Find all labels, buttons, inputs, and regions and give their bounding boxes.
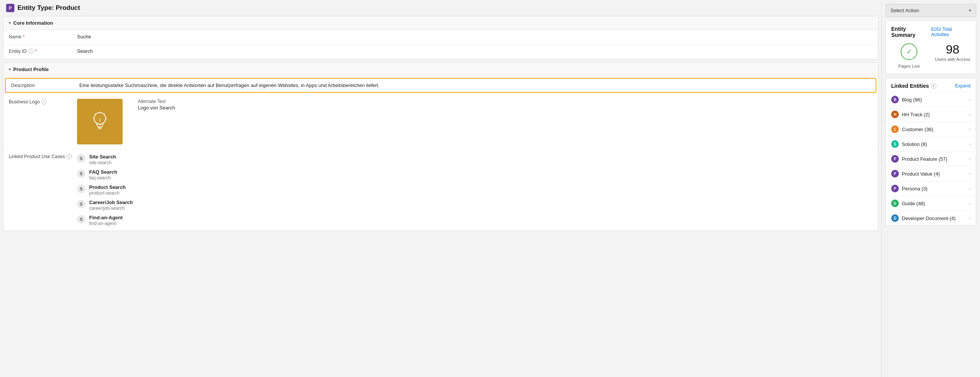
entity-id-required: * <box>35 49 37 54</box>
name-value: Suche <box>77 34 873 40</box>
use-case-badge: S <box>77 185 85 193</box>
use-case-badge: S <box>77 154 85 163</box>
checkmark-icon: ✓ <box>906 48 912 56</box>
select-action-label: Select Action <box>891 8 919 13</box>
linked-entity-item[interactable]: P Product Feature (57) › <box>886 151 976 166</box>
linked-entities-header: Linked Entities i Expand <box>886 78 976 92</box>
use-case-item: S Product Search product-search <box>77 184 873 196</box>
entity-letter-badge: C <box>891 125 899 133</box>
pages-live-label: Pages Live <box>898 64 920 69</box>
entity-id-value: Search <box>77 48 873 54</box>
svg-line-6 <box>95 113 95 114</box>
select-action-chevron-icon: ▾ <box>969 8 971 13</box>
svg-line-4 <box>104 113 105 114</box>
use-case-id: find-an-agent <box>89 221 123 226</box>
alt-text-value: Logo von Search <box>138 105 175 110</box>
entity-item-label: Product Value (4) <box>902 171 940 177</box>
linked-entities-info-icon[interactable]: i <box>931 83 936 89</box>
select-action-dropdown[interactable]: Select Action ▾ <box>886 4 976 17</box>
use-case-id: site-search <box>89 160 116 165</box>
entity-letter-badge: S <box>891 140 899 148</box>
use-case-info: Career/Job Search career/job-search <box>89 200 133 211</box>
use-case-item: S FAQ Search faq-search <box>77 169 873 181</box>
entity-chevron-icon: › <box>969 186 970 191</box>
entity-letter-badge: G <box>891 200 899 207</box>
use-case-name: Career/Job Search <box>89 200 133 205</box>
core-information-section: ▾ Core Information Name * Suche Entity I… <box>3 16 878 59</box>
use-case-info: Product Search product-search <box>89 184 126 196</box>
alt-text-label: Alternate Text <box>138 99 175 104</box>
linked-entity-left: S Solution (8) <box>891 140 927 148</box>
summary-stats: ✓ Pages Live 98 Users with Access <box>891 43 970 69</box>
core-information-header[interactable]: ▾ Core Information <box>3 16 878 30</box>
use-case-item: S Career/Job Search career/job-search <box>77 200 873 211</box>
description-field-row[interactable]: Description Eine leistungsstarke Suchmas… <box>5 78 877 93</box>
entity-item-label: Guide (48) <box>902 201 925 206</box>
linked-entity-left: P Persona (3) <box>891 185 928 192</box>
use-case-badge: S <box>77 215 85 224</box>
entity-chevron-icon: › <box>969 216 970 220</box>
main-content: P Entity Type: Product ▾ Core Informatio… <box>0 0 881 377</box>
linked-entity-item[interactable]: P Product Value (4) › <box>886 166 976 181</box>
name-label: Name * <box>9 34 77 40</box>
business-logo-label: Business Logo i <box>9 99 77 104</box>
entity-letter-badge: B <box>891 96 899 103</box>
use-case-name: FAQ Search <box>89 169 117 175</box>
page-header: P Entity Type: Product <box>0 0 881 16</box>
use-cases-info-icon[interactable]: i <box>67 154 72 159</box>
use-cases-row: Linked Product Use Cases i S Site Search… <box>3 149 878 231</box>
core-information-chevron: ▾ <box>9 21 11 26</box>
pages-live-stat: ✓ Pages Live <box>891 43 927 69</box>
linked-entity-item[interactable]: D Developer Document (4) › <box>886 211 976 225</box>
users-count: 98 <box>946 43 959 56</box>
entity-id-field-row: Entity ID i * Search <box>3 45 878 59</box>
use-cases-list: S Site Search site-search S FAQ Search f… <box>77 154 873 226</box>
linked-entity-item[interactable]: C Customer (36) › <box>886 121 976 136</box>
description-label: Description <box>11 83 80 88</box>
use-case-id: career/job-search <box>89 206 133 211</box>
entity-letter-badge: H <box>891 110 899 118</box>
entity-letter-badge: P <box>891 170 899 177</box>
use-case-info: FAQ Search faq-search <box>89 169 117 181</box>
entity-chevron-icon: › <box>969 157 970 161</box>
users-with-access-stat: 98 Users with Access <box>935 43 971 69</box>
linked-entity-left: P Product Feature (57) <box>891 155 947 163</box>
entity-item-label: HH Track (2) <box>902 112 930 117</box>
entity-id-label: Entity ID i * <box>9 48 77 54</box>
entity-letter-badge: D <box>891 214 899 222</box>
entity-item-label: Solution (8) <box>902 141 927 147</box>
linked-entity-item[interactable]: S Solution (8) › <box>886 136 976 151</box>
description-value: Eine leistungsstarke Suchmaschine, die d… <box>80 83 870 88</box>
product-profile-title: Product Profile <box>13 67 49 72</box>
use-case-id: faq-search <box>89 175 117 181</box>
use-case-name: Find-an-Agent <box>89 215 123 220</box>
use-case-badge: S <box>77 200 85 208</box>
core-information-title: Core Information <box>13 20 53 26</box>
entity-summary-card: Entity Summary 6162 Total Activities ✓ P… <box>886 20 976 74</box>
linked-entity-item[interactable]: H HH Track (2) › <box>886 107 976 121</box>
users-with-access-label: Users with Access <box>935 57 970 62</box>
linked-entity-item[interactable]: B Blog (96) › <box>886 92 976 107</box>
linked-entity-item[interactable]: G Guide (48) › <box>886 196 976 211</box>
page-title: Entity Type: Product <box>18 4 80 12</box>
use-case-info: Find-an-Agent find-an-agent <box>89 215 123 226</box>
business-logo-info-icon[interactable]: i <box>41 99 47 104</box>
name-field-row: Name * Suche <box>3 30 878 45</box>
linked-entities-title: Linked Entities i <box>891 83 936 89</box>
entity-item-label: Blog (96) <box>902 97 922 102</box>
linked-entity-item[interactable]: P Persona (3) › <box>886 181 976 196</box>
use-case-info: Site Search site-search <box>89 154 116 165</box>
business-logo-row: Business Logo i <box>3 94 878 149</box>
product-profile-header[interactable]: ▾ Product Profile <box>3 63 878 77</box>
entity-item-label: Persona (3) <box>902 186 928 192</box>
entity-item-label: Product Feature (57) <box>902 156 947 162</box>
total-activities-link[interactable]: 6162 Total Activities <box>931 27 970 37</box>
entity-id-info-icon[interactable]: i <box>28 49 33 54</box>
use-case-item: S Find-an-Agent find-an-agent <box>77 215 873 226</box>
entity-chevron-icon: › <box>969 171 970 176</box>
entity-item-label: Customer (36) <box>902 126 933 132</box>
use-case-badge: S <box>77 169 85 178</box>
product-profile-chevron: ▾ <box>9 67 11 72</box>
entity-chevron-icon: › <box>969 142 970 146</box>
expand-link[interactable]: Expand <box>955 83 970 89</box>
